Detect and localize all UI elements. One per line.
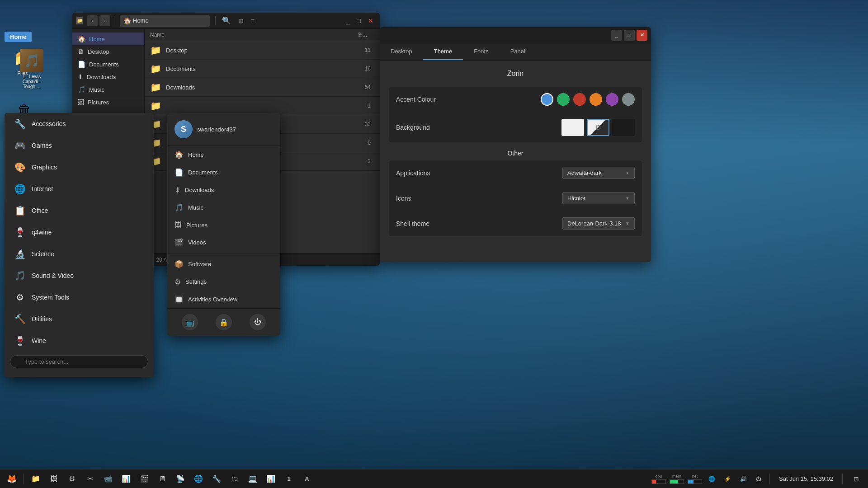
app-menu-item-internet[interactable]: 🌐 Internet bbox=[5, 178, 154, 200]
tab-panel[interactable]: Panel bbox=[500, 43, 536, 60]
app-menu-item-utilities[interactable]: 🔨 Utilities bbox=[5, 308, 154, 330]
taskbar-terminal-button[interactable]: 💻 bbox=[245, 471, 261, 487]
accent-gray-swatch[interactable] bbox=[622, 93, 635, 106]
fm-sidebar-home-label: Home bbox=[89, 36, 105, 42]
app-menu-item-q4wine[interactable]: 🍷 q4wine bbox=[5, 221, 154, 243]
fm-menu-button[interactable]: ≡ bbox=[248, 16, 257, 25]
user-menu-home[interactable]: 🏠 Home bbox=[167, 146, 280, 164]
app-menu-item-accessories[interactable]: 🔧 Accessories bbox=[5, 113, 154, 135]
desktop-icon-music[interactable]: 🎵 1 - LewisCapaldi -Tough.... bbox=[14, 49, 50, 89]
cpu-label: cpu bbox=[656, 474, 662, 479]
home-tab[interactable]: Home bbox=[5, 32, 32, 42]
taskbar-stats-button[interactable]: 📊 bbox=[263, 471, 279, 487]
fm-sidebar-downloads[interactable]: ⬇ Downloads bbox=[72, 70, 144, 83]
taskbar-network-button[interactable]: 📡 bbox=[172, 471, 189, 487]
icons-select[interactable]: Hicolor ▼ bbox=[562, 192, 635, 204]
taskbar-font-button[interactable]: A bbox=[299, 471, 315, 487]
bg-auto-option[interactable]: ⚙ bbox=[587, 119, 609, 136]
taskbar-num-button[interactable]: 1 bbox=[281, 471, 297, 487]
power-button[interactable]: ⏻ bbox=[250, 314, 266, 330]
app-menu-item-wine[interactable]: 🍷 Wine bbox=[5, 330, 154, 352]
lock-button[interactable]: 🔒 bbox=[216, 314, 232, 330]
applications-select[interactable]: Adwaita-dark ▼ bbox=[562, 167, 635, 179]
tab-fonts[interactable]: Fonts bbox=[463, 43, 500, 60]
bg-light-option[interactable] bbox=[561, 119, 584, 136]
taskbar-settings2-button[interactable]: ⚙ bbox=[64, 471, 80, 487]
taskbar-images-button[interactable]: 🖼 bbox=[46, 471, 62, 487]
appearance-minimize-button[interactable]: _ bbox=[611, 30, 622, 41]
user-menu-pictures[interactable]: 🖼 Pictures bbox=[167, 216, 280, 234]
app-menu-q4wine-label: q4wine bbox=[32, 229, 52, 236]
appearance-maximize-button[interactable]: □ bbox=[624, 30, 635, 41]
fm-row-size: 54 bbox=[338, 84, 374, 90]
table-row[interactable]: 📁 Desktop 11 bbox=[145, 41, 380, 60]
user-menu-activities[interactable]: 🔲 Activities Overview bbox=[167, 291, 280, 308]
fm-forward-button[interactable]: › bbox=[99, 15, 110, 26]
taskbar-audio-icon[interactable]: 🔊 bbox=[737, 475, 750, 483]
wine-icon: 🍷 bbox=[14, 334, 26, 347]
taskbar-media-button[interactable]: 🎬 bbox=[136, 471, 152, 487]
taskbar-chart-button[interactable]: 📊 bbox=[118, 471, 134, 487]
taskbar-zorin-button[interactable]: 🦊 bbox=[4, 471, 20, 487]
fm-sidebar-music[interactable]: 🎵 Music bbox=[72, 83, 144, 96]
user-menu-settings[interactable]: ⚙ Settings bbox=[167, 273, 280, 291]
table-row[interactable]: 📁 1 bbox=[145, 97, 380, 115]
user-menu-music[interactable]: 🎵 Music bbox=[167, 199, 280, 216]
fm-row-size: 1 bbox=[338, 103, 374, 109]
app-menu-utilities-label: Utilities bbox=[32, 315, 52, 323]
accessories-icon: 🔧 bbox=[14, 117, 26, 130]
fm-sidebar-pictures[interactable]: 🖼 Pictures bbox=[72, 96, 144, 108]
app-menu-item-science[interactable]: 🔬 Science bbox=[5, 243, 154, 265]
user-menu-videos[interactable]: 🎬 Videos bbox=[167, 234, 280, 251]
user-menu-documents[interactable]: 📄 Documents bbox=[167, 164, 280, 181]
internet-icon: 🌐 bbox=[14, 183, 26, 195]
fm-sidebar-downloads-icon: ⬇ bbox=[78, 73, 83, 80]
app-menu-item-sound-video[interactable]: 🎵 Sound & Video bbox=[5, 265, 154, 286]
taskbar-power-icon[interactable]: ⏻ bbox=[753, 475, 764, 483]
tab-desktop[interactable]: Desktop bbox=[380, 43, 423, 60]
fm-location-bar[interactable]: 🏠 Home bbox=[120, 15, 210, 27]
fm-search-button[interactable]: 🔍 bbox=[219, 15, 234, 26]
taskbar-web-button[interactable]: 🌐 bbox=[190, 471, 207, 487]
fm-maximize-button[interactable]: □ bbox=[354, 16, 363, 25]
taskbar-display-button[interactable]: 🖥 bbox=[154, 471, 170, 487]
app-menu-item-system-tools[interactable]: ⚙ System Tools bbox=[5, 286, 154, 308]
accent-purple-swatch[interactable] bbox=[606, 93, 618, 106]
taskbar-video-button[interactable]: 📹 bbox=[100, 471, 116, 487]
table-row[interactable]: 📁 Downloads 54 bbox=[145, 78, 380, 97]
taskbar-network-icon[interactable]: ⚡ bbox=[722, 475, 734, 483]
fm-sidebar-home[interactable]: 🏠 Home bbox=[72, 33, 144, 45]
fm-sidebar-documents[interactable]: 📄 Documents bbox=[72, 58, 144, 70]
fm-sidebar-desktop[interactable]: 🖥 Desktop bbox=[72, 45, 144, 58]
accent-orange-swatch[interactable] bbox=[590, 93, 602, 106]
screen-button[interactable]: 📺 bbox=[182, 314, 198, 330]
taskbar-show-desktop-button[interactable]: ⊡ bbox=[848, 471, 864, 487]
taskbar-globe-icon[interactable]: 🌐 bbox=[706, 475, 718, 483]
fm-minimize-button[interactable]: _ bbox=[344, 16, 353, 25]
accent-red-swatch[interactable] bbox=[573, 93, 586, 106]
app-menu-item-graphics[interactable]: 🎨 Graphics bbox=[5, 156, 154, 178]
table-row[interactable]: 📁 Documents 16 bbox=[145, 60, 380, 78]
tab-theme[interactable]: Theme bbox=[423, 43, 463, 60]
accent-green-swatch[interactable] bbox=[557, 93, 570, 106]
fm-col-size-header: Si... bbox=[338, 32, 374, 38]
app-menu-item-games[interactable]: 🎮 Games bbox=[5, 135, 154, 156]
accent-blue-swatch[interactable] bbox=[541, 93, 553, 106]
fm-view-button[interactable]: ⊞ bbox=[236, 16, 246, 25]
user-menu-software[interactable]: 📦 Software bbox=[167, 255, 280, 273]
taskbar-tools-button[interactable]: ✂ bbox=[82, 471, 98, 487]
app-menu-item-office[interactable]: 📋 Office bbox=[5, 200, 154, 221]
shell-theme-select[interactable]: DeLorean-Dark-3.18 ▼ bbox=[562, 217, 635, 230]
taskbar-wrench-button[interactable]: 🔧 bbox=[208, 471, 225, 487]
applications-label: Applications bbox=[396, 169, 562, 177]
app-menu-accessories-label: Accessories bbox=[32, 120, 66, 127]
user-menu-downloads[interactable]: ⬇ Downloads bbox=[167, 181, 280, 199]
appearance-close-button[interactable]: ✕ bbox=[637, 30, 647, 41]
bg-dark-option[interactable] bbox=[612, 119, 635, 136]
taskbar-files-button[interactable]: 📁 bbox=[28, 471, 44, 487]
app-search-input[interactable] bbox=[10, 355, 148, 368]
taskbar-filemgr-button[interactable]: 🗂 bbox=[226, 471, 243, 487]
app-menu: 🔧 Accessories 🎮 Games 🎨 Graphics 🌐 Inter… bbox=[5, 113, 154, 377]
fm-close-button[interactable]: ✕ bbox=[365, 16, 376, 25]
fm-back-button[interactable]: ‹ bbox=[87, 15, 98, 26]
